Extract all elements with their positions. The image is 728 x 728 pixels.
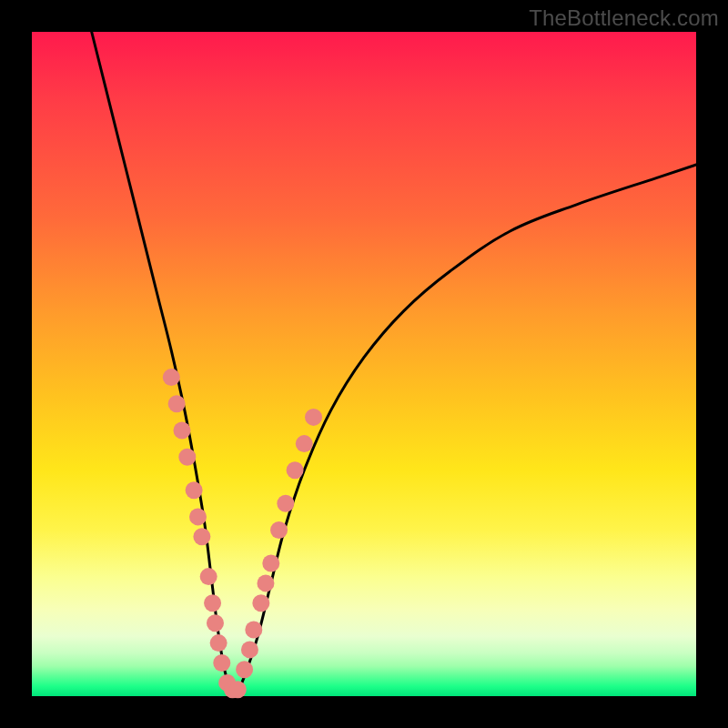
marker-dot	[257, 574, 274, 592]
marker-dot	[200, 568, 217, 585]
marker-dot	[277, 495, 294, 512]
marker-dot	[213, 654, 230, 672]
plot-area	[32, 32, 696, 696]
bottleneck-curve	[92, 32, 696, 692]
marker-dot	[305, 409, 322, 426]
curve-layer	[32, 32, 696, 696]
marker-dot	[193, 528, 210, 545]
marker-dot	[204, 594, 221, 612]
marker-dot	[168, 395, 186, 412]
marker-dot	[262, 555, 279, 572]
marker-dot	[270, 521, 288, 539]
marker-dot	[236, 661, 253, 678]
marker-dot	[241, 641, 258, 658]
marker-dot	[245, 622, 262, 639]
marker-dot	[178, 449, 196, 466]
marker-dot	[163, 369, 180, 386]
marker-dot	[207, 614, 224, 632]
marker-dot	[173, 422, 190, 440]
marker-dot	[252, 594, 269, 612]
marker-dot	[296, 435, 313, 452]
marker-dot	[287, 461, 304, 479]
marker-dot	[186, 481, 203, 499]
chart-frame: TheBottleneck.com	[0, 0, 728, 728]
bottleneck-curve-path	[92, 32, 696, 692]
marker-dot	[189, 508, 207, 525]
watermark-label: TheBottleneck.com	[529, 5, 719, 31]
marker-dot	[210, 634, 228, 652]
marker-dot	[229, 681, 247, 698]
